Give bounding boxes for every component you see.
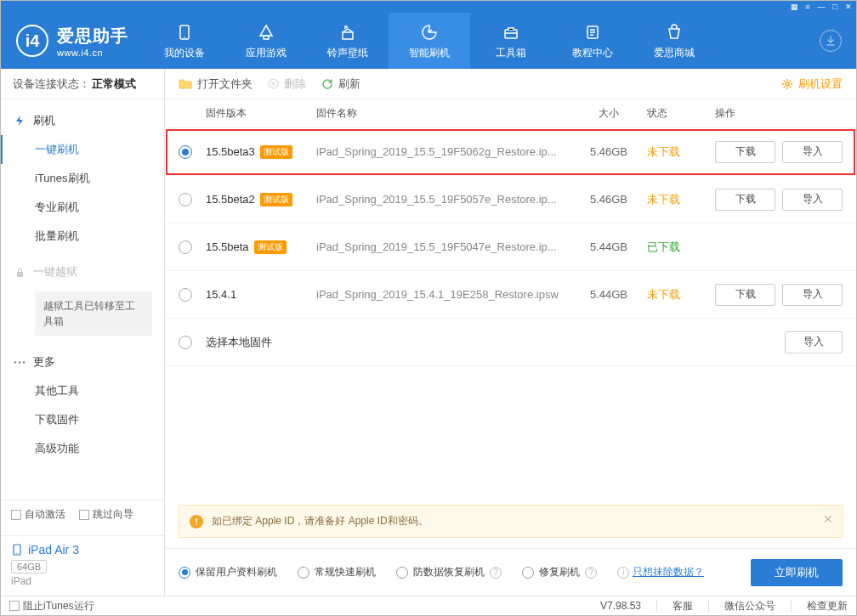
import-button[interactable]: 导入 — [782, 284, 843, 306]
sidebar-flash-item[interactable]: 一键刷机 — [1, 135, 164, 164]
nav-tabs: 我的设备应用游戏铃声壁纸智能刷机工具箱教程中心爱思商城 — [144, 13, 805, 69]
app-url: www.i4.cn — [57, 48, 128, 58]
sidebar-more-item[interactable]: 其他工具 — [1, 376, 164, 405]
sidebar-more-head[interactable]: 更多 — [1, 348, 164, 376]
firmware-row[interactable]: 15.5beta2测试版iPad_Spring_2019_15.5_19F505… — [165, 176, 856, 223]
sidebar-more-item[interactable]: 下载固件 — [1, 405, 164, 434]
firmware-row[interactable]: 15.5beta测试版iPad_Spring_2019_15.5_19F5047… — [165, 223, 856, 271]
open-folder-button[interactable]: 打开文件夹 — [179, 76, 253, 92]
device-capacity: 64GB — [11, 560, 47, 574]
device-block[interactable]: iPad Air 3 64GB iPad — [1, 535, 164, 596]
help-icon[interactable]: ? — [585, 567, 597, 579]
nav-tab-2[interactable]: 铃声壁纸 — [307, 13, 389, 69]
nav-tab-4[interactable]: 工具箱 — [470, 13, 552, 69]
more-icon — [13, 355, 26, 369]
nav-icon — [174, 22, 195, 42]
download-button[interactable]: 下载 — [715, 189, 775, 211]
import-button[interactable]: 导入 — [782, 141, 843, 163]
refresh-button[interactable]: 刷新 — [321, 76, 360, 92]
import-button[interactable]: 导入 — [785, 331, 843, 353]
gear-icon — [781, 78, 793, 90]
row-radio[interactable] — [179, 336, 192, 349]
sidebar-flash-item[interactable]: 批量刷机 — [1, 222, 164, 251]
jailbreak-note: 越狱工具已转移至工具箱 — [35, 291, 152, 336]
firmware-rows: 15.5beta3测试版iPad_Spring_2019_15.5_19F506… — [165, 128, 856, 366]
firmware-version: 15.5beta3测试版 — [206, 145, 316, 159]
close-icon[interactable]: ✕ — [844, 3, 853, 11]
statusbar: 阻止iTunes运行 V7.98.53 客服 微信公众号 检查更新 — [1, 596, 856, 615]
connection-value: 正常模式 — [92, 76, 136, 92]
nav-icon — [664, 22, 684, 42]
sidebar: 设备连接状态： 正常模式 刷机 一键刷机iTunes刷机专业刷机批量刷机 一键越… — [1, 69, 165, 596]
nav-right — [805, 30, 856, 52]
row-radio[interactable] — [179, 193, 192, 206]
nav-tab-6[interactable]: 爱思商城 — [633, 13, 715, 69]
firmware-name: iPad_Spring_2019_15.4.1_19E258_Restore.i… — [316, 288, 570, 301]
download-button[interactable]: 下载 — [715, 141, 775, 163]
nav-tab-0[interactable]: 我的设备 — [144, 13, 225, 69]
sidebar-more-item[interactable]: 高级功能 — [1, 434, 164, 463]
row-radio[interactable] — [179, 288, 192, 302]
sidebar-flash-item[interactable]: iTunes刷机 — [1, 164, 164, 193]
auto-activate-checkbox[interactable]: 自动激活 — [11, 507, 65, 522]
action-bar: 保留用户资料刷机常规快速刷机防数据恢复刷机?修复刷机? i 只想抹除数据？ 立即… — [165, 548, 856, 596]
nav-tab-5[interactable]: 教程中心 — [552, 13, 633, 69]
svg-point-8 — [19, 361, 21, 364]
version-label: V7.98.53 — [600, 600, 641, 612]
svg-point-7 — [14, 361, 17, 364]
firmware-status: 未下载 — [647, 287, 715, 302]
help-icon[interactable]: ? — [490, 567, 502, 579]
minimize-icon[interactable]: — — [817, 3, 826, 11]
row-radio[interactable] — [179, 240, 192, 254]
refresh-icon — [321, 78, 333, 90]
status-support[interactable]: 客服 — [673, 599, 693, 613]
col-status: 状态 — [647, 106, 715, 121]
download-manager-icon[interactable] — [820, 30, 842, 52]
skip-guide-checkbox[interactable]: 跳过向导 — [79, 507, 133, 522]
connection-label: 设备连接状态： — [13, 76, 90, 92]
nav-tab-1[interactable]: 应用游戏 — [225, 13, 307, 69]
status-update[interactable]: 检查更新 — [807, 599, 848, 613]
flash-mode-option[interactable]: 常规快速刷机 — [298, 565, 376, 579]
table-header: 固件版本 固件名称 大小 状态 操作 — [165, 99, 856, 128]
maximize-icon[interactable]: □ — [831, 3, 839, 11]
firmware-version: 15.5beta测试版 — [206, 240, 316, 254]
firmware-row[interactable]: 15.5beta3测试版iPad_Spring_2019_15.5_19F506… — [165, 128, 856, 176]
notice-close-icon[interactable]: ✕ — [823, 512, 833, 526]
nav-icon — [256, 22, 276, 42]
col-ops: 操作 — [715, 106, 843, 121]
flash-settings-button[interactable]: 刷机设置 — [781, 76, 843, 92]
firmware-row[interactable]: 选择本地固件导入 — [165, 319, 856, 366]
flash-mode-option[interactable]: 保留用户资料刷机 — [179, 565, 277, 579]
device-icon — [11, 544, 23, 556]
sidebar-flash-item[interactable]: 专业刷机 — [1, 193, 164, 222]
flash-mode-option[interactable]: 修复刷机? — [522, 565, 597, 579]
row-radio[interactable] — [179, 145, 192, 159]
nav-icon — [419, 22, 440, 42]
svg-rect-6 — [17, 272, 23, 277]
logo-icon: i4 — [16, 25, 48, 57]
col-size: 大小 — [570, 106, 647, 121]
erase-data-link[interactable]: 只想抹除数据？ — [633, 565, 704, 579]
sidebar-flash-head[interactable]: 刷机 — [1, 106, 164, 135]
delete-button[interactable]: 删除 — [268, 76, 306, 92]
firmware-row[interactable]: 15.4.1iPad_Spring_2019_15.4.1_19E258_Res… — [165, 271, 856, 319]
window-titlebar: ▦ ≡ — □ ✕ — [1, 1, 856, 13]
nav-icon — [582, 22, 603, 42]
status-wechat[interactable]: 微信公众号 — [724, 599, 775, 613]
header: i4 爱思助手 www.i4.cn 我的设备应用游戏铃声壁纸智能刷机工具箱教程中… — [1, 13, 856, 69]
flash-mode-option[interactable]: 防数据恢复刷机? — [396, 565, 502, 579]
info-icon[interactable]: i — [617, 567, 629, 579]
titlebar-grid-icon[interactable]: ▦ — [790, 3, 798, 11]
svg-rect-4 — [505, 30, 517, 38]
titlebar-menu-icon[interactable]: ≡ — [803, 3, 812, 11]
flash-now-button[interactable]: 立即刷机 — [751, 559, 843, 586]
firmware-name: iPad_Spring_2019_15.5_19F5057e_Restore.i… — [316, 193, 570, 206]
svg-point-9 — [23, 361, 26, 364]
warning-icon: ! — [190, 515, 203, 528]
import-button[interactable]: 导入 — [782, 189, 843, 211]
nav-tab-3[interactable]: 智能刷机 — [389, 13, 470, 69]
firmware-version: 15.5beta2测试版 — [206, 193, 316, 206]
block-itunes-checkbox[interactable]: 阻止iTunes运行 — [9, 599, 94, 613]
download-button[interactable]: 下载 — [715, 284, 775, 306]
